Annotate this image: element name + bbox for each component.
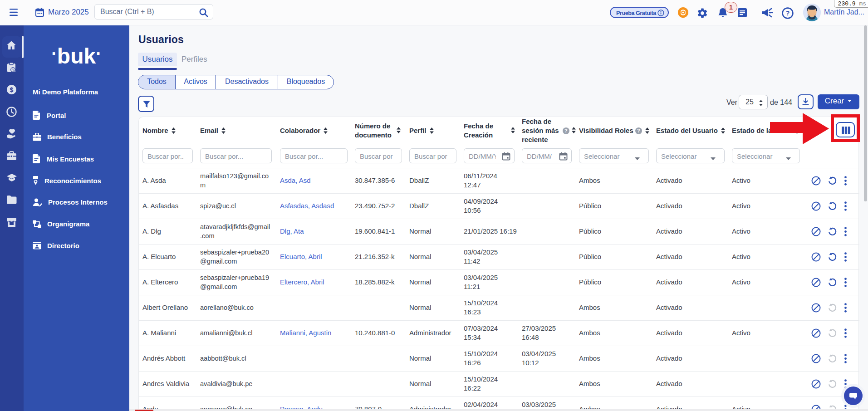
svg-text:$: $ [10, 86, 14, 93]
svg-text:?: ? [786, 10, 790, 17]
